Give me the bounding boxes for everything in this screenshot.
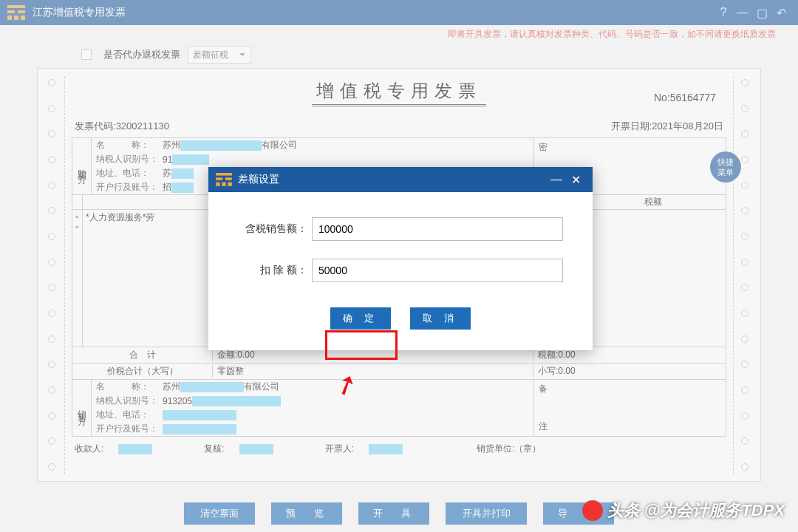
svg-rect-9 <box>216 183 219 186</box>
annotation-highlight <box>325 330 398 360</box>
watermark: 头条 @为会计服务TDPX <box>582 499 785 522</box>
svg-rect-10 <box>222 183 225 186</box>
sales-amount-label: 含税销售额： <box>238 222 312 236</box>
cancel-button[interactable]: 取 消 <box>410 307 471 330</box>
ok-button[interactable]: 确 定 <box>330 307 391 330</box>
modal-logo-icon <box>216 173 232 186</box>
deduct-amount-input[interactable] <box>312 259 563 282</box>
difference-modal: 差额设置 — ✕ 含税销售额： 扣 除 额： 确 定 取 消 <box>208 167 593 350</box>
watermark-icon <box>582 500 603 521</box>
svg-rect-11 <box>228 183 231 186</box>
sales-amount-input[interactable] <box>312 217 563 241</box>
svg-rect-6 <box>216 173 232 176</box>
modal-title: 差额设置 <box>238 173 547 186</box>
svg-rect-8 <box>225 177 232 180</box>
svg-rect-7 <box>216 177 222 180</box>
modal-close-icon[interactable]: ✕ <box>566 173 585 187</box>
deduct-amount-label: 扣 除 额： <box>238 264 312 277</box>
modal-minimize-icon[interactable]: — <box>547 173 566 186</box>
